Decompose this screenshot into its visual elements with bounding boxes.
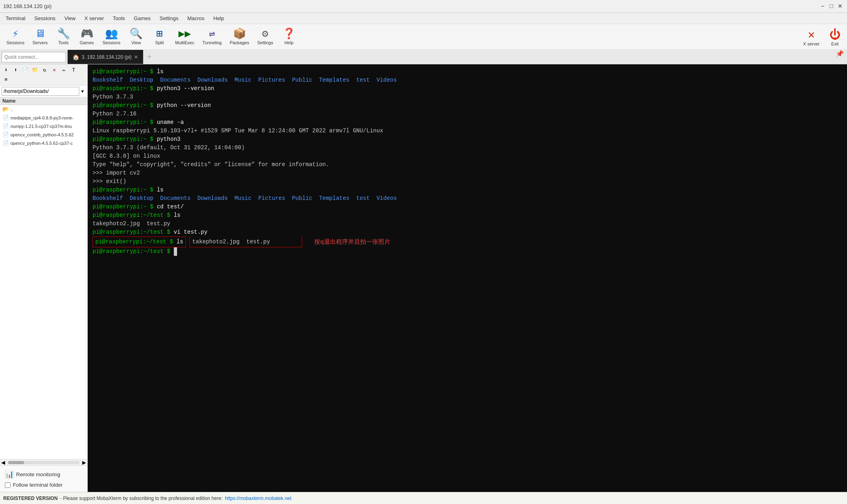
maximize-button[interactable]: □ [828, 2, 835, 10]
sessions2-icon: 👥 [105, 29, 118, 39]
list-item[interactable]: 📂 .. [0, 105, 87, 113]
fp-rename-btn[interactable]: ✏ [60, 66, 68, 74]
remote-monitoring-label: Remote monitoring [16, 471, 60, 477]
terminal-line: [GCC 8.3.0] on linux [93, 152, 842, 160]
toolbar-tunneling-btn[interactable]: ⇌ Tunneling [199, 27, 225, 47]
help-icon: ❓ [282, 29, 295, 39]
list-item[interactable]: 📄 opencv_contrib_python-4.5.5.62 [0, 130, 87, 139]
scrollbar-thumb[interactable] [8, 461, 24, 464]
terminal-output: >>> exit() [93, 178, 126, 185]
fp-refresh-btn[interactable]: ↻ [40, 66, 49, 74]
file-item-name: mediapipe_rpi4-0.8.8-py3-none- [10, 115, 74, 120]
file-panel: ⬇ ⬆ 📄 📁 ↻ ✕ ✏ T ≡ ▾ Name 📂 .. 📄 mediapip… [0, 64, 88, 492]
exit-icon: ⏻ [829, 28, 841, 41]
fp-delete-btn[interactable]: ✕ [50, 66, 59, 74]
toolbar-split-btn[interactable]: ⊞ Split [148, 27, 170, 47]
terminal-line: pi@raspberrypi:~ $ cd test/ [93, 203, 842, 211]
tabs-bar: 🏠 3. 192.168.134.120 (pi) ✕ + 📌 [0, 50, 847, 64]
terminal-prompt: pi@raspberrypi:~/test $ [95, 239, 177, 245]
file-list-header: Name [0, 97, 87, 105]
terminal-output-dirs: Bookshelf Desktop Documents Downloads Mu… [93, 77, 397, 83]
tab-icon: 🏠 [72, 54, 79, 60]
menu-macros[interactable]: Macros [183, 14, 208, 23]
settings-icon: ⚙ [262, 29, 268, 39]
menu-games[interactable]: Games [130, 14, 155, 23]
toolbar-multiexec-btn[interactable]: ▶▶ MultiExec [172, 27, 198, 47]
toolbar-servers-btn[interactable]: 🖥 Servers [29, 27, 51, 47]
list-item[interactable]: 📄 numpy-1.21.5-cp37-cp37m-linu [0, 122, 87, 130]
menu-view[interactable]: View [60, 14, 80, 23]
follow-terminal-checkbox[interactable] [5, 482, 10, 488]
file-item-name: opencv_contrib_python-4.5.5.62 [10, 132, 74, 137]
terminal-line: Bookshelf Desktop Documents Downloads Mu… [93, 194, 842, 203]
terminal-line: Python 2.7.16 [93, 110, 842, 118]
toolbar-view-btn[interactable]: 🔍 View [125, 27, 147, 47]
servers-label: Servers [33, 40, 48, 45]
terminal-output: [GCC 8.3.0] on linux [93, 153, 160, 159]
terminal-line: pi@raspberrypi:~ $ uname -a [93, 118, 842, 127]
tab-close-button[interactable]: ✕ [134, 54, 138, 60]
tab-label: 3. 192.168.134.120 (pi) [82, 54, 132, 60]
file-path-dropdown-icon[interactable]: ▾ [79, 87, 86, 95]
file-path-input[interactable] [2, 87, 79, 96]
terminal-prompt: pi@raspberrypi:~/test $ [93, 229, 174, 235]
fp-newfile-btn[interactable]: 📄 [21, 66, 30, 74]
quick-connect-input[interactable] [2, 52, 66, 62]
terminal-line: Python 3.7.3 [93, 93, 842, 101]
terminal-output: takephoto2.jpg test.py [192, 239, 270, 245]
terminal-prompt: pi@raspberrypi:~ $ [93, 119, 157, 125]
fp-newfolder-btn[interactable]: 📁 [31, 66, 39, 74]
toolbar-settings-btn[interactable]: ⚙ Settings [254, 27, 276, 47]
terminal-line: pi@raspberrypi:~/test $ [93, 247, 842, 256]
fp-more-btn[interactable]: ≡ [2, 75, 10, 84]
split-icon: ⊞ [156, 29, 163, 39]
sessions-label: Sessions [6, 40, 25, 45]
split-label: Split [155, 40, 164, 45]
toolbar-tools-btn[interactable]: 🔧 Tools [53, 27, 74, 47]
file-item-name: .. [10, 107, 13, 112]
terminal-line: pi@raspberrypi:~/test $ ls [93, 237, 186, 247]
list-item[interactable]: 📄 mediapipe_rpi4-0.8.8-py3-none- [0, 113, 87, 122]
toolbar-packages-btn[interactable]: 📦 Packages [227, 27, 252, 47]
file-panel-scrollbar[interactable]: ◀ ▶ [0, 459, 87, 465]
xserver-label: X server [803, 41, 820, 46]
follow-terminal-area: Follow terminal folder [2, 480, 85, 490]
fp-download-btn[interactable]: ⬇ [2, 66, 10, 74]
remote-monitoring-btn[interactable]: 📊 Remote monitoring [2, 468, 85, 480]
terminal-output: takephoto2.jpg test.py [93, 220, 170, 227]
menu-sessions[interactable]: Sessions [30, 14, 60, 23]
minimize-button[interactable]: − [819, 2, 826, 10]
menu-terminal[interactable]: Terminal [2, 14, 29, 23]
terminal-prompt: pi@raspberrypi:~/test $ [93, 248, 174, 255]
list-item[interactable]: 📄 opencv_python-4.5.5.62-cp37-c [0, 139, 87, 147]
terminal-line: pi@raspberrypi:~ $ ls [93, 186, 842, 194]
pin-icon[interactable]: 📌 [833, 50, 847, 64]
toolbar-sessions-btn[interactable]: ⚡ Sessions [3, 27, 28, 47]
menu-help[interactable]: Help [209, 14, 228, 23]
menu-tools[interactable]: Tools [109, 14, 129, 23]
menu-settings[interactable]: Settings [156, 14, 183, 23]
toolbar-games-btn[interactable]: 🎮 Games [76, 27, 98, 47]
exit-label: Exit [831, 41, 839, 46]
toolbar-exit-btn[interactable]: ⏻ Exit [826, 26, 844, 48]
new-tab-button[interactable]: + [143, 50, 156, 64]
toolbar-help-btn[interactable]: ❓ Help [278, 27, 300, 47]
status-registered: REGISTERED VERSION [3, 496, 58, 501]
terminal-cmd: python3 --version [157, 85, 214, 92]
file-panel-bottom: 📊 Remote monitoring Follow terminal fold… [0, 465, 87, 492]
toolbar-right: ✕ X server ⏻ Exit [800, 26, 844, 48]
terminal-tab[interactable]: 🏠 3. 192.168.134.120 (pi) ✕ [68, 50, 143, 64]
toolbar-xserver-btn[interactable]: ✕ X server [800, 26, 823, 48]
fp-upload-btn[interactable]: ⬆ [11, 66, 20, 74]
remote-monitoring-icon: 📊 [5, 470, 14, 479]
terminal[interactable]: pi@raspberrypi:~ $ ls Bookshelf Desktop … [88, 64, 847, 492]
terminal-output: Linux raspberrypi 5.10.103-v7l+ #1529 SM… [93, 128, 383, 134]
menu-xserver[interactable]: X server [80, 14, 108, 23]
toolbar-sessions2-btn[interactable]: 👥 Sessions [99, 27, 124, 47]
close-button[interactable]: ✕ [837, 2, 844, 10]
games-label: Games [80, 40, 94, 45]
fp-text-btn[interactable]: T [69, 66, 78, 74]
tools-label: Tools [58, 40, 69, 45]
status-link[interactable]: https://mobaxterm.mobatek.net [225, 496, 291, 501]
terminal-cmd: python3 [157, 136, 181, 142]
